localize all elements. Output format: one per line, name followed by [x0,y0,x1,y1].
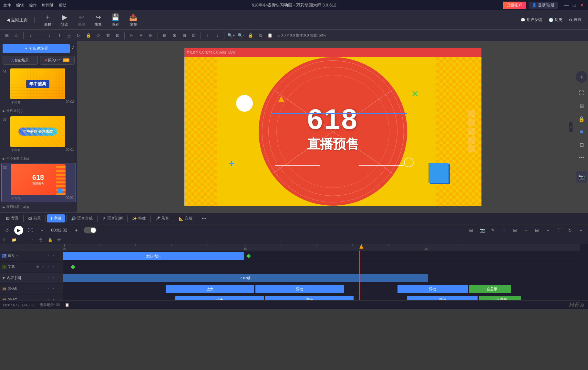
subtitle-keyframe[interactable] [71,265,75,269]
playhead-line[interactable] [359,251,360,300]
tb-up-btn[interactable]: ↑ [500,226,509,235]
tl-visible-btn[interactable]: 👁 [56,236,63,243]
zoom-out-button[interactable]: − [37,226,46,235]
fullscreen-button[interactable]: ⛶ [26,226,35,235]
tl-up-btn[interactable]: ↑ [28,236,36,243]
tl-lock-btn[interactable]: 🔒 [46,236,54,243]
tl-down-btn[interactable]: ↓ [19,236,26,243]
new-scene-button[interactable]: ＋ + 新建场景 [3,44,70,53]
redo-button[interactable]: ↪ 恢复 [95,13,102,27]
sub-copy[interactable]: ⊞ [41,265,45,269]
sec-delete-btn[interactable]: 🗑 [104,31,112,40]
rp-capture-btn[interactable]: 📷 [576,171,587,183]
rp-more-btn[interactable]: ••• [576,152,587,163]
sub-dot-2[interactable]: • [51,265,56,269]
transition-2[interactable]: ▶ 中心渐变 0.3(s) [1,156,76,161]
grp-more[interactable]: ⋯ [56,276,61,280]
undo-button[interactable]: ↩ 撤销 [78,13,85,27]
d8-more[interactable]: ⋯ [56,287,61,291]
tab-background[interactable]: 🖼 背景 [3,214,22,222]
sec-shape-btn[interactable]: ◇ [94,31,102,40]
camera-question[interactable]: ? [16,254,18,258]
sec-paste-btn[interactable]: 📋 [266,31,274,40]
collapse-panel-button[interactable]: ‹ [569,122,573,132]
menu-file[interactable]: 文件 [3,3,11,8]
deco8-float1-block[interactable]: 浮动 [255,285,344,293]
scene-item-3[interactable]: 03 618 直播预售 未命名 00:02 [1,163,76,202]
sub-more[interactable]: ⋯ [56,265,61,269]
tb-minus2-btn[interactable]: − [543,226,552,235]
rp-lock-btn[interactable]: 🔒 [576,113,587,125]
settings-button[interactable]: ⚙ 设置 [569,17,582,23]
tb-add-btn[interactable]: + [576,226,585,235]
minimize-button[interactable]: — [563,2,569,8]
cam-more[interactable]: ⋯ [56,254,61,258]
back-home-button[interactable]: ◀ 返回主页 [6,17,35,23]
save-button[interactable]: 💾 保存 [111,13,119,27]
d8-dot-2[interactable]: • [51,287,56,291]
cam-dot-1[interactable]: • [46,254,50,258]
tab-more[interactable]: ••• [199,215,209,222]
sec-align-down-btn[interactable]: ↓ [26,31,35,40]
rp-fullscreen-btn[interactable]: ⛶ [576,87,587,99]
publish-button[interactable]: 📤 发布 [129,13,137,27]
canvas-inner[interactable]: 618 直播预售 ✕ + [184,57,481,206]
sec-copy2-btn[interactable]: ⧉ [256,31,264,40]
deco7-always-block[interactable]: 一直显示 [479,296,521,300]
grp-dot-1[interactable]: • [46,276,50,280]
tab-stt[interactable]: 🎙 语音识别 [99,214,126,222]
copy-scene-icon[interactable]: 📋 [65,303,69,307]
group-block[interactable]: 2.02秒 [63,274,428,282]
sec-dist-v-btn[interactable]: ⊠ [170,31,179,40]
sec-align-vcenter-btn[interactable]: ↕ [46,31,54,40]
rp-music-btn[interactable]: ♪ [576,71,587,83]
tb-split-btn[interactable]: ⊤ [554,226,563,235]
deco8-zoom-block[interactable]: 放大 [166,285,254,293]
scene-item-1[interactable]: 01 年中盛典 未命名 00:03 [1,67,76,106]
rewind-button[interactable]: ↺ [3,226,12,235]
sec-zoom-out-btn[interactable]: 🔍- [237,31,245,40]
deco7-zoom-block[interactable]: 放大 [175,296,264,300]
close-button[interactable]: ✕ [579,2,585,8]
tb-edit-btn[interactable]: ✎ [489,226,498,235]
transition-1[interactable]: ▶ 推移 0.3(s) [1,108,76,114]
sec-halign-left-btn[interactable]: ⊫ [127,31,136,40]
sec-arrow-up-btn[interactable]: ↑ [203,31,212,40]
d7-more[interactable]: ⋯ [56,298,61,301]
deco8-float2-block[interactable]: 浮动 [397,285,468,293]
sec-halign-right-btn[interactable]: ⊪ [147,31,155,40]
deco7-float1-block[interactable]: 浮动 [265,296,354,300]
sec-right-btn[interactable]: ▷ [75,31,83,40]
tab-embed[interactable]: 📐 嵌版 [175,214,196,222]
tl-folder-btn[interactable]: 📁 [10,236,17,243]
sub-dot-1[interactable]: • [46,265,50,269]
tl-add-track-btn[interactable]: ⊞ [1,236,8,243]
sec-home-btn[interactable]: ⌂ [12,31,21,40]
tab-subtitle[interactable]: T 字幕 [47,214,65,222]
tb-loop-btn[interactable]: ↻ [565,226,574,235]
grp-dot-2[interactable]: • [51,276,56,280]
insert-ppt-button[interactable]: P 插入PPT VIP [40,56,75,65]
rp-color-btn[interactable]: ■ [576,126,587,138]
sec-copy-btn[interactable]: ⊞ [3,31,11,40]
tb-route-btn[interactable]: ↔ [521,226,531,235]
tl-delete-btn[interactable]: 🗑 [37,236,45,243]
history-button[interactable]: 🕐 历史 [549,17,562,23]
sub-del[interactable]: 🗑 [36,265,40,269]
group-collapse-icon[interactable]: ▼ [2,276,5,280]
deco8-always-block[interactable]: 一直显示 [469,285,511,293]
tab-foreground[interactable]: 🖼 前景 [25,214,44,222]
d7-dot-2[interactable]: • [51,298,56,301]
account-button[interactable]: 👤 登录/注册 [529,2,558,9]
sec-halign-center-btn[interactable]: ≡ [137,31,145,40]
sec-align-up-btn[interactable]: ↑ [36,31,44,40]
tb-grid-btn[interactable]: ⊞ [532,226,542,235]
tab-effects[interactable]: ✨ 特效 [129,214,149,222]
upgrade-button[interactable]: 升级账户 [503,2,526,9]
sec-align-top-btn[interactable]: ⊤ [55,31,64,40]
sec-dist-h-btn[interactable]: ⊟ [160,31,169,40]
menu-edit[interactable]: 编辑 [16,3,24,8]
sec-zoom-in-btn[interactable]: 🔍+ [227,31,235,40]
transition-3[interactable]: ▶ 圆形转场 0.4(s) [1,204,76,210]
toggle-switch[interactable] [84,227,97,233]
